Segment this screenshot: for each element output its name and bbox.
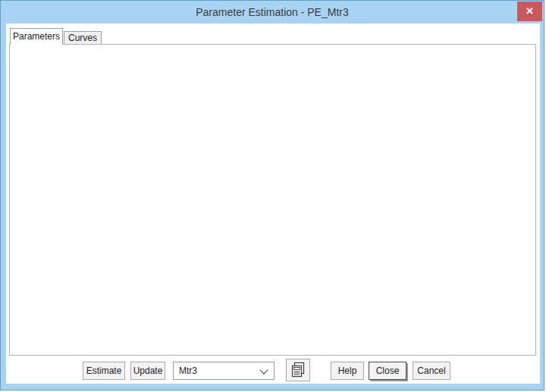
- cancel-button[interactable]: Cancel: [413, 362, 450, 380]
- report-pages-icon: [290, 362, 306, 378]
- help-button[interactable]: Help: [331, 362, 364, 380]
- update-button[interactable]: Update: [130, 362, 165, 380]
- motor-select[interactable]: Mtr3: [173, 362, 275, 380]
- close-dialog-button[interactable]: Close: [369, 362, 406, 380]
- titlebar: Parameter Estimation - PE_Mtr3 ✕: [1, 1, 544, 24]
- close-button[interactable]: ✕: [517, 2, 542, 21]
- tab-panel: [9, 44, 536, 356]
- estimate-button[interactable]: Estimate: [83, 362, 125, 380]
- parameter-estimation-dialog: Parameter Estimation - PE_Mtr3 ✕ Paramet…: [0, 0, 544, 390]
- tab-parameters[interactable]: Parameters: [10, 28, 63, 45]
- report-button[interactable]: [286, 359, 310, 381]
- motor-select-value: Mtr3: [179, 365, 197, 376]
- tab-curves[interactable]: Curves: [64, 31, 102, 45]
- chevron-down-icon: [259, 365, 268, 374]
- close-icon: ✕: [526, 5, 534, 17]
- dialog-body: Parameters Curves 75 HP 0.46 kV Motor Ed…: [6, 24, 540, 384]
- window-title: Parameter Estimation - PE_Mtr3: [1, 6, 544, 18]
